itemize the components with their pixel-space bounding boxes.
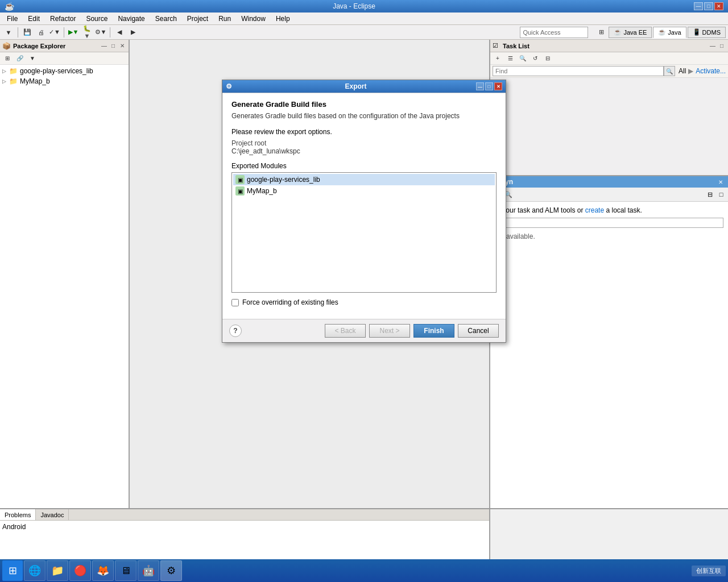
chrome-icon: 🔴 xyxy=(74,564,86,577)
module-icon-1: ▣ xyxy=(235,175,245,184)
modules-list: ▣ google-play-services_lib ▣ MyMap_b xyxy=(231,172,497,293)
taskbar-ie[interactable]: 🌐 xyxy=(24,560,46,581)
taskbar-chrome[interactable]: 🔴 xyxy=(69,560,91,581)
project-root-label: Project root xyxy=(231,139,497,147)
back-button[interactable]: < Back xyxy=(325,324,366,338)
dialog-review: Please review the export options. xyxy=(231,128,497,136)
force-override-checkbox[interactable] xyxy=(231,299,239,306)
taskbar-android[interactable]: 🤖 xyxy=(138,560,159,581)
dialog-description: Generates Gradle build files based on th… xyxy=(231,112,497,120)
cancel-button[interactable]: Cancel xyxy=(458,324,499,338)
cn-label: 创新互联 xyxy=(692,566,726,576)
module-google-play[interactable]: ▣ google-play-services_lib xyxy=(233,174,495,185)
dialog-title: Export xyxy=(235,82,476,90)
taskbar-explorer[interactable]: 📁 xyxy=(47,560,68,581)
project-root-value: C:\jee_adt_luna\wkspc xyxy=(231,147,497,155)
force-override-row: Force overriding of existing files xyxy=(231,293,497,312)
export-dialog: ⚙ Export — □ ✕ Generate Gradle Build fil… xyxy=(222,80,506,343)
start-button[interactable]: ⊞ xyxy=(2,560,23,581)
dialog-footer: ? < Back Next > Finish Cancel xyxy=(222,319,506,342)
explorer-icon: 📁 xyxy=(51,564,64,577)
taskbar-firefox[interactable]: 🦊 xyxy=(92,560,114,581)
force-override-label: Force overriding of existing files xyxy=(242,298,338,306)
exported-modules-label: Exported Modules xyxy=(231,162,497,170)
metro-icon: 🖥 xyxy=(121,565,131,577)
dialog-close-btn[interactable]: ✕ xyxy=(494,82,502,90)
module-icon-2: ▣ xyxy=(235,186,245,196)
next-button[interactable]: Next > xyxy=(369,324,410,338)
android-icon: 🤖 xyxy=(142,564,155,577)
dialog-section-title: Generate Gradle Build files xyxy=(231,100,497,109)
dialog-gear-icon: ⚙ xyxy=(226,82,232,90)
module-name-1: google-play-services_lib xyxy=(247,176,320,184)
dialog-max-btn[interactable]: □ xyxy=(485,82,493,90)
ie-icon: 🌐 xyxy=(28,564,41,577)
dialog-overlay: ⚙ Export — □ ✕ Generate Gradle Build fil… xyxy=(0,0,728,559)
eclipse-icon: ⚙ xyxy=(167,564,176,577)
dialog-body: Generate Gradle Build files Generates Gr… xyxy=(222,93,506,319)
module-mymap[interactable]: ▣ MyMap_b xyxy=(233,185,495,197)
module-name-2: MyMap_b xyxy=(247,187,277,195)
dialog-min-btn[interactable]: — xyxy=(476,82,484,90)
taskbar-eclipse[interactable]: ⚙ xyxy=(160,560,182,581)
dialog-titlebar: ⚙ Export — □ ✕ xyxy=(222,80,506,93)
dialog-help-btn[interactable]: ? xyxy=(229,325,242,337)
finish-button[interactable]: Finish xyxy=(413,324,454,338)
taskbar-metro[interactable]: 🖥 xyxy=(115,560,136,581)
taskbar: ⊞ 🌐 📁 🔴 🦊 🖥 🤖 ⚙ 创新互联 xyxy=(0,559,728,582)
firefox-icon: 🦊 xyxy=(97,564,109,577)
